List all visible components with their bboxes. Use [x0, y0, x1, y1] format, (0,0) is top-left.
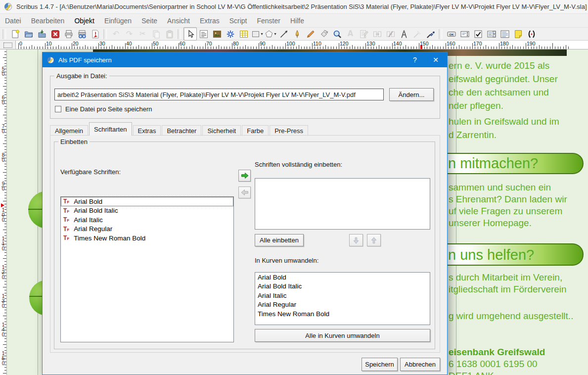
- zoom-tool-button[interactable]: [330, 27, 344, 41]
- ruler-tick: [547, 47, 547, 49]
- menu-seite[interactable]: Seite: [136, 15, 162, 26]
- dialog-help-button[interactable]: ?: [405, 52, 425, 67]
- select-item-button[interactable]: [183, 27, 197, 41]
- font-list-item[interactable]: Arial Bold Italic: [255, 282, 430, 291]
- available-fonts-list[interactable]: TFArial BoldTFArial Bold ItalicTFArial I…: [60, 196, 234, 342]
- embed-all-button[interactable]: Alle einbetten: [255, 234, 304, 246]
- menu-einf-gen[interactable]: Einfügen: [99, 15, 136, 26]
- insert-line-button[interactable]: [277, 27, 290, 41]
- eye-dropper-button[interactable]: [424, 27, 437, 41]
- menu-fenster[interactable]: Fenster: [252, 15, 285, 26]
- redo-glyph: ↷: [126, 30, 133, 38]
- menu-extras[interactable]: Extras: [195, 15, 225, 26]
- menu-hilfe[interactable]: Hilfe: [285, 15, 309, 26]
- tab-sicherheit[interactable]: Sicherheit: [202, 125, 241, 136]
- zoom-tool-icon: [332, 29, 342, 39]
- insert-polygon-button[interactable]: ▾: [264, 27, 277, 41]
- chevron-down-icon[interactable]: ▾: [274, 32, 276, 36]
- ruler-tick: [467, 47, 467, 49]
- close-document-button[interactable]: [48, 27, 62, 41]
- outline-all-button[interactable]: Alle in Kurven umwandeln: [255, 329, 430, 342]
- export-pdf-button[interactable]: [89, 27, 102, 41]
- font-list-item[interactable]: TFArial Bold: [61, 197, 233, 206]
- ruler-tick: [165, 45, 166, 49]
- ruler-tick: [475, 47, 475, 49]
- menu-datei[interactable]: Datei: [0, 15, 26, 26]
- dialog-titlebar[interactable]: Als PDF speichern: [43, 52, 447, 67]
- vertical-ruler[interactable]: 5 06 07 08 09 01 0 01 1 01 2 01 3 01 4 0…: [0, 49, 7, 375]
- tab-allgemein[interactable]: Allgemein: [50, 125, 88, 136]
- menu-bearbeiten[interactable]: Bearbeiten: [26, 15, 70, 26]
- ruler-tick: [470, 47, 470, 49]
- tab-farbe[interactable]: Farbe: [242, 125, 269, 136]
- change-path-button[interactable]: Ändern...: [389, 88, 434, 101]
- doc-text-line: uf viele Fragen zu unserem: [449, 206, 562, 217]
- ruler-tick: [3, 143, 6, 144]
- insert-image-frame-button[interactable]: [210, 27, 224, 41]
- menu-bar: DateiBearbeitenObjektEinfügenSeiteAnsich…: [0, 14, 588, 27]
- menu-ansicht[interactable]: Ansicht: [162, 15, 195, 26]
- pdf-list-box-button[interactable]: [498, 27, 511, 41]
- ruler-tick: [4, 281, 6, 281]
- chevron-down-icon[interactable]: ▾: [261, 32, 263, 36]
- one-file-per-page-label[interactable]: Eine Datei pro Seite speichern: [65, 105, 152, 113]
- horizontal-ruler[interactable]: 0102030405060708090100110120130140150160…: [16, 41, 588, 49]
- ruler-tick: [424, 47, 425, 49]
- font-list-item[interactable]: TFTimes New Roman Bold: [61, 234, 233, 243]
- embed-font-button[interactable]: [238, 170, 251, 182]
- ruler-tick: [106, 47, 107, 49]
- doc-banner-text: n uns helfen?: [448, 247, 534, 263]
- font-list-item[interactable]: TFArial Regular: [61, 225, 233, 234]
- tab-schriftarten[interactable]: Schriftarten: [89, 122, 132, 136]
- cancel-button[interactable]: Abbrechen: [400, 358, 440, 371]
- pdf-check-box-icon: [473, 29, 483, 39]
- tab-pre-press[interactable]: Pre-Press: [270, 125, 308, 136]
- outline-fonts-list[interactable]: Arial BoldArial Bold ItalicArial ItalicA…: [255, 272, 430, 325]
- ruler-tick: [197, 47, 198, 49]
- font-list-item[interactable]: Arial Regular: [255, 300, 430, 310]
- font-name: Arial Italic: [74, 216, 103, 224]
- ruler-origin-box[interactable]: [0, 41, 16, 49]
- font-list-item[interactable]: Arial Bold: [255, 273, 430, 282]
- font-list-item[interactable]: TFArial Bold Italic: [61, 206, 233, 216]
- rotate-item-button[interactable]: [317, 27, 330, 41]
- pdf-text-field-button[interactable]: [458, 27, 471, 41]
- embedded-fonts-list[interactable]: [255, 178, 430, 230]
- font-list-item[interactable]: TFArial Italic: [61, 215, 233, 225]
- ruler-tick: [98, 43, 99, 49]
- insert-freehand-button[interactable]: [304, 27, 317, 41]
- pdf-link-annotation-button[interactable]: [525, 27, 538, 41]
- ruler-tick: [395, 47, 395, 49]
- save-document-button[interactable]: [35, 27, 48, 41]
- menu-objekt[interactable]: Objekt: [69, 15, 99, 26]
- ruler-tick: [4, 350, 6, 351]
- pdf-push-button-button[interactable]: OK: [445, 27, 458, 41]
- output-path-input[interactable]: arbeit\2 Präsentation SiS\3 Material (Fl…: [54, 89, 384, 100]
- ruler-tick: [520, 47, 521, 49]
- insert-render-frame-button[interactable]: [224, 27, 237, 41]
- new-document-button[interactable]: [8, 27, 22, 41]
- pdf-check-box-button[interactable]: [471, 27, 485, 41]
- pdf-text-annotation-button[interactable]: [511, 27, 525, 41]
- ruler-tick: [4, 370, 6, 371]
- ruler-tick: [160, 47, 160, 49]
- pdf-combo-box-button[interactable]: [485, 27, 498, 41]
- measurements-button[interactable]: [397, 27, 410, 41]
- font-list-item[interactable]: Times New Roman Bold: [255, 309, 430, 319]
- open-document-button[interactable]: [22, 27, 35, 41]
- font-list-item[interactable]: Arial Italic: [255, 291, 430, 300]
- insert-bezier-button[interactable]: [290, 27, 304, 41]
- save-button[interactable]: Speichern: [362, 358, 398, 371]
- menu-script[interactable]: Script: [225, 15, 252, 26]
- one-file-per-page-checkbox[interactable]: [55, 106, 61, 112]
- preflight-verifier-button[interactable]: [75, 27, 89, 41]
- tab-betrachter[interactable]: Betrachter: [162, 125, 201, 136]
- cut-button: ✂: [136, 27, 149, 41]
- dialog-close-button[interactable]: ✕: [425, 52, 446, 67]
- insert-shape-button[interactable]: ▾: [250, 27, 264, 41]
- insert-text-frame-button[interactable]: [197, 27, 210, 41]
- ruler-tick: [4, 276, 6, 276]
- print-document-button[interactable]: [62, 27, 75, 41]
- insert-table-button[interactable]: [237, 27, 250, 41]
- tab-extras[interactable]: Extras: [133, 125, 161, 136]
